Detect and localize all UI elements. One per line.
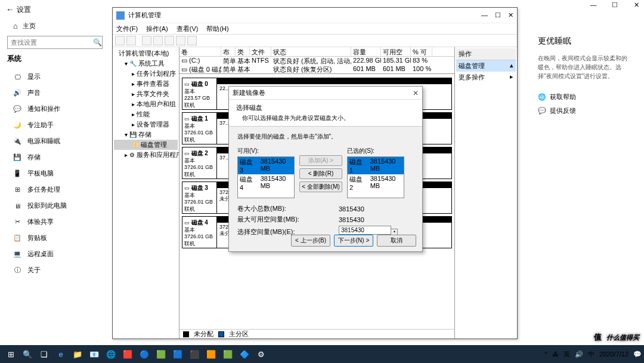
sidebar-item[interactable]: 🔊声音 xyxy=(0,85,107,101)
select-space-input[interactable] xyxy=(339,226,391,235)
add-button[interactable]: 添加(A) > xyxy=(299,155,342,166)
menu-item[interactable]: 查看(V) xyxy=(177,24,199,33)
sidebar-item[interactable]: 📱平板电脑 xyxy=(0,165,107,182)
tray-sound[interactable]: 🔊 xyxy=(575,350,583,358)
column-header[interactable]: 布局 xyxy=(221,47,236,56)
taskbar-app[interactable]: 🔵 xyxy=(136,347,153,361)
maximize-button[interactable]: ☐ xyxy=(611,1,619,9)
feedback-link[interactable]: 💬提供反馈 xyxy=(538,106,627,115)
tray-up[interactable]: ^ xyxy=(544,350,547,358)
actions-more[interactable]: 更多操作▸ xyxy=(456,72,516,83)
sidebar-item[interactable]: 🖥投影到此电脑 xyxy=(0,198,107,214)
toolbar-btn[interactable] xyxy=(153,36,163,45)
taskbar-app[interactable]: 🟥 xyxy=(119,347,136,361)
tree-disk-management[interactable]: 📀 磁盘管理 xyxy=(114,140,178,150)
column-header[interactable]: % 可用 xyxy=(411,47,432,56)
taskbar-app[interactable]: 🟩 xyxy=(219,347,236,361)
mmc-minimize[interactable]: — xyxy=(481,11,488,19)
remove-all-button[interactable]: < 全部删除(M) xyxy=(299,182,342,192)
sidebar-item[interactable]: 🔌电源和睡眠 xyxy=(0,133,107,149)
sidebar-item[interactable]: 💻远程桌面 xyxy=(0,246,107,262)
search-input[interactable] xyxy=(11,39,93,46)
column-header[interactable]: 容量 xyxy=(351,47,381,56)
toolbar-back[interactable] xyxy=(115,36,125,45)
tray-notif[interactable]: 💬 xyxy=(633,350,642,358)
taskbar[interactable]: ⊞ 🔍 ❏ e 📁 📧 🌐 🟥 🔵 🟩 🟦 ⬛ 🟧 🟩 🔷 ⚙ ^ 🖧 英 🔊 … xyxy=(0,345,644,363)
taskbar-app[interactable]: 📧 xyxy=(86,347,103,361)
back-button[interactable]: < 上一步(B) xyxy=(291,235,330,247)
volume-row[interactable]: ▭ (C:)简单基本NTFS状态良好 (系统, 启动, 活动, 故障转储, 主分… xyxy=(179,57,454,65)
minimize-button[interactable]: — xyxy=(589,1,597,9)
taskbar-app[interactable]: 🔷 xyxy=(236,347,253,361)
menu-item[interactable]: 操作(A) xyxy=(146,24,168,33)
close-button[interactable]: ✕ xyxy=(632,1,640,9)
taskbar-app[interactable]: ⚙ xyxy=(253,347,270,361)
settings-search[interactable]: 🔍 xyxy=(7,36,103,49)
remove-button[interactable]: < 删除(R) xyxy=(299,168,342,179)
tree-item[interactable]: ▸ 性能 xyxy=(114,109,178,119)
tree-services[interactable]: ▸ ⚙ 服务和应用程序 xyxy=(114,150,178,160)
cancel-button[interactable]: 取消 xyxy=(377,235,416,247)
actions-disk[interactable]: 磁盘管理▴ xyxy=(456,60,516,72)
mmc-maximize[interactable]: ☐ xyxy=(495,11,501,19)
taskbar-app[interactable]: 🌐 xyxy=(103,347,119,361)
tree-item[interactable]: ▸ 本地用户和组 xyxy=(114,99,178,109)
mmc-close[interactable]: ✕ xyxy=(508,11,513,19)
menu-item[interactable]: 帮助(H) xyxy=(206,24,228,33)
home-link[interactable]: ⌂ 主页 xyxy=(13,21,36,30)
toolbar-btn[interactable] xyxy=(142,36,151,45)
menu-item[interactable]: 文件(F) xyxy=(116,24,138,33)
sidebar-item[interactable]: ⊞多任务处理 xyxy=(0,182,107,198)
search-button[interactable]: 🔍 xyxy=(19,347,36,361)
tree-item[interactable]: ▸ 共享文件夹 xyxy=(114,89,178,99)
wizard-close[interactable]: ✕ xyxy=(413,89,419,97)
column-header[interactable]: 状态 xyxy=(271,47,351,56)
volume-row[interactable]: ▭ (磁盘 0 磁盘分区 2)简单基本状态良好 (恢复分区)601 MB601 … xyxy=(179,65,454,73)
task-view[interactable]: ❏ xyxy=(36,347,52,361)
list-item[interactable]: 磁盘 33815430 MB xyxy=(238,157,294,174)
taskbar-app[interactable]: 🟦 xyxy=(169,347,186,361)
sidebar-item[interactable]: ✂体验共享 xyxy=(0,214,107,230)
taskbar-app[interactable]: 🟩 xyxy=(153,347,169,361)
tray-lang[interactable]: 中 xyxy=(588,350,595,359)
nav-label: 存储 xyxy=(27,153,41,162)
taskbar-app[interactable]: e xyxy=(52,347,69,361)
start-button[interactable]: ⊞ xyxy=(2,347,19,361)
sidebar-item[interactable]: 🖵显示 xyxy=(0,69,107,85)
tree-root[interactable]: 计算机管理(本地) xyxy=(114,48,178,59)
next-button[interactable]: 下一步(N) > xyxy=(334,235,373,247)
sidebar-item[interactable]: 💬通知和操作 xyxy=(0,101,107,117)
available-listbox[interactable]: 磁盘 33815430 MB磁盘 43815430 MB xyxy=(237,156,295,198)
taskbar-app[interactable]: 📁 xyxy=(69,347,86,361)
tree-item[interactable]: ▸ 任务计划程序 xyxy=(114,69,178,79)
tree-storage[interactable]: ▾ 💾 存储 xyxy=(114,130,178,140)
search-icon: 🔍 xyxy=(93,38,102,47)
selected-listbox[interactable]: 磁盘 13815430 MB磁盘 23815430 MB xyxy=(347,156,404,198)
toolbar-btn[interactable] xyxy=(176,36,185,45)
list-item[interactable]: 磁盘 13815430 MB xyxy=(348,157,404,174)
tree-system-tools[interactable]: ▾ 🔧 系统工具 xyxy=(114,59,178,69)
tree-item[interactable]: ▸ 事件查看器 xyxy=(114,79,178,89)
mmc-tree[interactable]: 计算机管理(本地) ▾ 🔧 系统工具 ▸ 任务计划程序▸ 事件查看器▸ 共享文件… xyxy=(113,47,179,339)
back-icon[interactable]: ← xyxy=(6,5,14,14)
tray-net[interactable]: 🖧 xyxy=(552,350,559,358)
list-item[interactable]: 磁盘 43815430 MB xyxy=(238,174,294,192)
taskbar-app[interactable]: ⬛ xyxy=(186,347,203,361)
tray-ime[interactable]: 英 xyxy=(564,350,570,359)
list-item[interactable]: 磁盘 23815430 MB xyxy=(348,174,404,192)
toolbar-btn[interactable] xyxy=(165,36,174,45)
sidebar-item[interactable]: 🌙专注助手 xyxy=(0,117,107,133)
tray-date[interactable]: 2020/7/12 xyxy=(599,350,628,358)
column-header[interactable]: 类型 xyxy=(236,47,250,56)
get-help-link[interactable]: 🌐获取帮助 xyxy=(538,93,627,101)
column-header[interactable]: 可用空间 xyxy=(381,47,411,56)
sidebar-item[interactable]: ⓘ关于 xyxy=(0,262,107,278)
toolbar-fwd[interactable] xyxy=(126,36,136,45)
sidebar-item[interactable]: 📋剪贴板 xyxy=(0,230,107,246)
taskbar-app[interactable]: 🟧 xyxy=(203,347,219,361)
tree-item[interactable]: ▸ 设备管理器 xyxy=(114,119,178,130)
column-header[interactable]: 文件系统 xyxy=(250,47,271,56)
column-header[interactable]: 卷 xyxy=(179,47,221,56)
toolbar-btn[interactable] xyxy=(187,36,197,45)
sidebar-item[interactable]: 💾存储 xyxy=(0,149,107,165)
